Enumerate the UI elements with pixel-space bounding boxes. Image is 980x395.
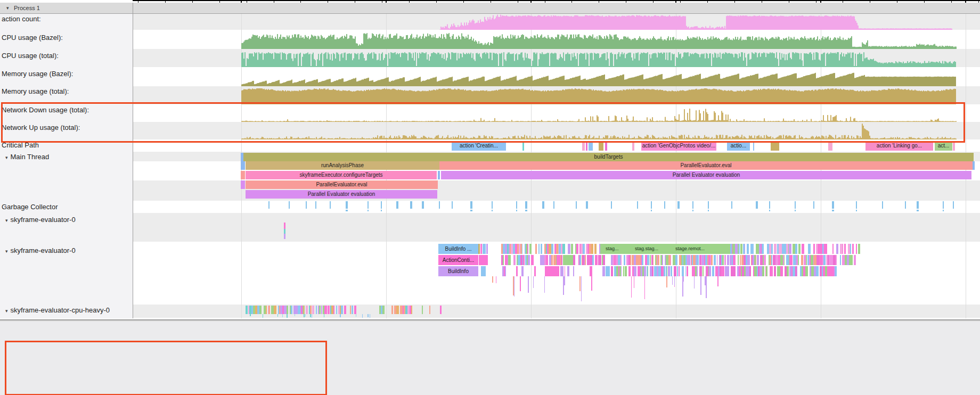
slice[interactable]: [802, 244, 804, 254]
slice[interactable]: [795, 244, 797, 254]
counter-track-cpu-usage-total[interactable]: [133, 49, 980, 67]
slice[interactable]: [756, 255, 756, 265]
slice[interactable]: [591, 244, 593, 254]
slice[interactable]: [531, 255, 534, 265]
slice[interactable]: [733, 255, 736, 265]
slice[interactable]: [516, 266, 518, 276]
gc-slice[interactable]: [905, 201, 906, 209]
slice[interactable]: [711, 255, 713, 265]
slice[interactable]: [592, 255, 594, 265]
slice[interactable]: [787, 266, 789, 276]
gc-slice[interactable]: [470, 210, 472, 211]
sidebar-track-0[interactable]: action count:: [0, 13, 132, 25]
slice[interactable]: [774, 266, 777, 276]
main-thread-slice[interactable]: [241, 180, 245, 189]
counter-track-action-count[interactable]: [133, 14, 980, 30]
slice[interactable]: [319, 306, 321, 314]
slice[interactable]: [621, 266, 622, 276]
slice[interactable]: [333, 306, 334, 314]
slice[interactable]: [816, 266, 819, 276]
slice[interactable]: [440, 306, 442, 314]
slice[interactable]: [573, 255, 576, 265]
critical-path-slice[interactable]: [771, 141, 779, 151]
slice[interactable]: [712, 266, 714, 276]
gc-slice[interactable]: [381, 201, 382, 209]
skyframe-slice[interactable]: [479, 255, 488, 265]
slice[interactable]: [590, 266, 592, 276]
slice[interactable]: [674, 266, 676, 276]
slice[interactable]: [350, 306, 351, 314]
slice[interactable]: [603, 255, 605, 265]
slice[interactable]: [266, 306, 267, 314]
slice[interactable]: [576, 244, 578, 254]
slice[interactable]: [538, 244, 540, 254]
slice[interactable]: [521, 266, 524, 276]
slice[interactable]: [745, 244, 745, 254]
gc-slice[interactable]: [769, 201, 770, 209]
slice[interactable]: [527, 244, 528, 254]
slice[interactable]: [835, 266, 837, 276]
slice[interactable]: [764, 255, 766, 265]
slice[interactable]: [762, 266, 765, 276]
critical-path-slice[interactable]: [753, 141, 754, 151]
slice[interactable]: [826, 244, 827, 254]
slice[interactable]: [740, 255, 741, 265]
gc-slice[interactable]: [492, 201, 493, 209]
slice[interactable]: [738, 255, 739, 265]
slice[interactable]: [630, 255, 631, 265]
slice[interactable]: [717, 255, 718, 265]
counter-track-cpu-usage-bazel[interactable]: [133, 30, 980, 49]
critical-path-slice[interactable]: [589, 141, 593, 151]
slice[interactable]: [257, 306, 259, 314]
skyframe-slice[interactable]: [600, 244, 730, 254]
slice[interactable]: [336, 306, 337, 314]
counter-track-network-down-usage-total[interactable]: [133, 104, 980, 122]
slice[interactable]: [709, 266, 711, 276]
slice[interactable]: [774, 244, 776, 254]
slice[interactable]: [653, 255, 654, 265]
skyframe-slice[interactable]: [481, 266, 486, 276]
slice[interactable]: [688, 255, 690, 265]
main-thread-slice[interactable]: [973, 161, 975, 170]
sidebar-track-4[interactable]: Memory usage (total):: [0, 86, 132, 97]
skyframe-slice[interactable]: BuildInfo ...: [438, 244, 478, 254]
gc-slice[interactable]: [396, 201, 398, 209]
gc-slice[interactable]: [731, 201, 732, 209]
gc-slice[interactable]: [795, 210, 796, 211]
gc-slice[interactable]: [756, 201, 758, 209]
gc-slice[interactable]: [346, 210, 348, 211]
slice[interactable]: [668, 266, 670, 276]
slice[interactable]: [805, 266, 808, 276]
slice[interactable]: [700, 266, 701, 276]
slice[interactable]: [652, 266, 653, 276]
slice[interactable]: [602, 266, 605, 276]
gc-slice[interactable]: [306, 201, 307, 209]
sidebar-track-5[interactable]: Network Down usage (total):: [0, 104, 132, 116]
slice[interactable]: [259, 306, 262, 314]
slice[interactable]: [524, 255, 525, 265]
slice[interactable]: [541, 244, 542, 254]
critical-path-slice[interactable]: action 'GenObjcProtos video/...: [641, 141, 716, 151]
gc-slice[interactable]: [422, 201, 424, 209]
slice[interactable]: [766, 266, 767, 276]
gc-slice[interactable]: [576, 201, 577, 209]
gc-slice[interactable]: [586, 201, 588, 209]
slice[interactable]: [724, 255, 725, 265]
slice[interactable]: [714, 255, 716, 265]
critical-path-slice[interactable]: [828, 141, 832, 151]
slice[interactable]: [703, 266, 704, 276]
gc-slice[interactable]: [611, 201, 612, 209]
slice[interactable]: [341, 306, 343, 314]
slice[interactable]: [647, 255, 649, 265]
sidebar-track-12[interactable]: ▾skyframe-evaluator-cpu-heavy-0: [0, 305, 132, 316]
gc-slice[interactable]: [439, 201, 440, 209]
main-thread-slice[interactable]: Parallel Evaluator evaluation: [441, 171, 971, 179]
slice[interactable]: [740, 244, 743, 254]
gc-slice[interactable]: [832, 210, 834, 211]
gc-slice[interactable]: [953, 201, 954, 209]
slice[interactable]: [310, 306, 311, 314]
skyframe-slice[interactable]: [563, 255, 573, 265]
slice[interactable]: [797, 266, 797, 276]
skyframe-slice[interactable]: [478, 244, 480, 254]
slice[interactable]: [611, 266, 613, 276]
